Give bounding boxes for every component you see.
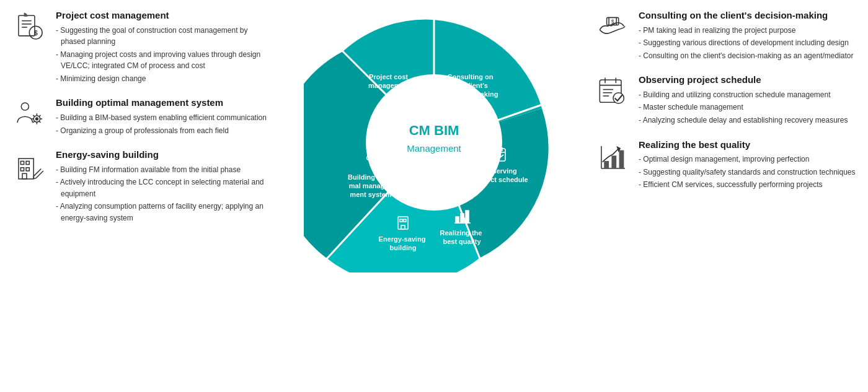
consulting-bullets: - PM taking lead in realizing the projec… (639, 25, 856, 62)
info-block-quality: Realizing the best quality - Optimal des… (595, 139, 856, 192)
svg-text:$: $ (34, 29, 38, 37)
consulting-title: Consulting on the client's decision-maki… (639, 9, 856, 22)
info-block-schedule: Observing project schedule - Building an… (595, 74, 856, 127)
svg-line-23 (33, 169, 41, 176)
svg-rect-82 (619, 150, 624, 168)
svg-point-6 (21, 103, 29, 110)
svg-rect-50 (456, 217, 459, 223)
center-wheel-panel: CM BIM Management Consulting on the clie… (273, 6, 595, 279)
info-block-project-cost: $ Project cost management - Suggesting t… (12, 9, 273, 85)
project-cost-icon: $ (12, 9, 48, 45)
svg-line-14 (39, 121, 41, 123)
svg-line-15 (33, 121, 35, 123)
svg-rect-18 (20, 161, 24, 164)
svg-point-77 (613, 93, 624, 103)
energy-content: Energy-saving building - Building FM inf… (56, 149, 273, 225)
energy-bullets: - Building FM information available from… (56, 164, 273, 224)
svg-rect-52 (466, 211, 469, 223)
svg-line-13 (33, 115, 35, 117)
quality-content: Realizing the best quality - Optimal des… (639, 139, 856, 192)
svg-rect-0 (19, 15, 35, 36)
optimal-mgmt-bullets: - Building a BIM-based system enabling e… (56, 112, 273, 136)
svg-rect-19 (26, 161, 29, 164)
schedule-icon (595, 74, 631, 110)
schedule-title: Observing project schedule (639, 74, 856, 86)
quality-bullets: - Optimal design management, improving p… (639, 154, 856, 191)
optimal-mgmt-icon (12, 97, 48, 133)
project-cost-content: Project cost management - Suggesting the… (56, 9, 273, 85)
svg-rect-21 (26, 168, 29, 171)
svg-text:$: $ (460, 108, 463, 114)
svg-text:Management: Management (407, 143, 461, 154)
svg-rect-20 (20, 168, 24, 171)
left-panel: $ Project cost management - Suggesting t… (12, 6, 273, 225)
project-cost-title: Project cost management (56, 9, 273, 22)
schedule-bullets: - Building and utilizing construction sc… (639, 89, 856, 126)
svg-text:$: $ (611, 19, 614, 25)
energy-title: Energy-saving building (56, 149, 273, 161)
project-cost-bullets: - Suggesting the goal of construction co… (56, 25, 273, 85)
info-block-optimal-mgmt: Building optimal management system - Bui… (12, 97, 273, 137)
optimal-mgmt-content: Building optimal management system - Bui… (56, 97, 273, 137)
wheel-svg: CM BIM Management Consulting on the clie… (304, 12, 564, 272)
consulting-icon: $ (595, 9, 631, 45)
right-panel: $ Consulting on the client's decision-ma… (595, 6, 856, 192)
svg-rect-81 (611, 155, 616, 168)
svg-line-16 (39, 115, 41, 117)
wheel-wrapper: CM BIM Management Consulting on the clie… (304, 12, 564, 272)
quality-icon (595, 139, 631, 175)
energy-icon (12, 149, 48, 185)
svg-text:Building opti-
          mal m: Building opti- mal manage- ment system (348, 173, 394, 198)
consulting-content: Consulting on the client's decision-maki… (639, 9, 856, 63)
svg-line-24 (36, 171, 43, 178)
schedule-content: Observing project schedule - Building an… (639, 74, 856, 127)
main-container: $ Project cost management - Suggesting t… (0, 0, 868, 392)
svg-text:CM BIM: CM BIM (409, 123, 459, 138)
info-block-consulting: $ Consulting on the client's decision-ma… (595, 9, 856, 63)
optimal-mgmt-title: Building optimal management system (56, 97, 273, 109)
svg-rect-22 (22, 173, 27, 179)
svg-text:$: $ (398, 121, 401, 127)
quality-title: Realizing the best quality (639, 139, 856, 151)
svg-rect-51 (461, 214, 464, 223)
svg-point-8 (35, 118, 38, 121)
svg-rect-80 (604, 160, 609, 168)
info-block-energy: Energy-saving building - Building FM inf… (12, 149, 273, 225)
